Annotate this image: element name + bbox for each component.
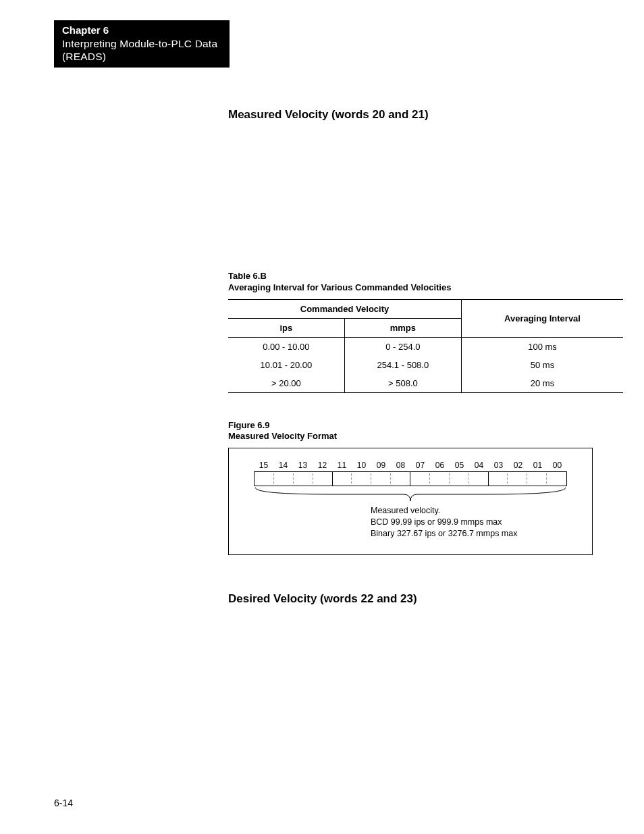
- cell-mmps: > 508.0: [344, 374, 461, 393]
- bit-label: 08: [391, 461, 410, 470]
- figure-note-line2: BCD 99.99 ips or 999.9 mmps max: [371, 517, 573, 528]
- bit-label: 02: [508, 461, 528, 470]
- bit-box: [352, 472, 371, 486]
- brace-icon: [254, 486, 567, 504]
- figure-note: Measured velocity. BCD 99.99 ips or 999.…: [371, 505, 573, 540]
- bit-label: 03: [489, 461, 508, 470]
- figure-note-line3: Binary 327.67 ips or 3276.7 mmps max: [371, 528, 573, 540]
- bit-label: 00: [547, 461, 567, 470]
- bit-box: [274, 472, 294, 486]
- section-desired-velocity-title: Desired Velocity (words 22 and 23): [228, 592, 603, 606]
- bit-box: [450, 472, 469, 486]
- bit-label: 07: [410, 461, 430, 470]
- table-caption: Table 6.B Averaging Interval for Various…: [228, 270, 623, 294]
- bit-label: 11: [332, 461, 352, 470]
- bit-box: [469, 472, 489, 486]
- bit-number-row: 15 14 13 12 11 10 09 08 07 06 05 04 03 0…: [248, 461, 573, 470]
- chapter-title-line1: Interpreting Module-to-PLC Data: [62, 37, 221, 50]
- cell-interval: 50 ms: [461, 356, 623, 374]
- table-row: > 20.00 > 508.0 20 ms: [228, 374, 623, 393]
- averaging-interval-table: Commanded Velocity Averaging Interval ip…: [228, 299, 623, 393]
- bit-label: 12: [313, 461, 332, 470]
- bit-label: 04: [469, 461, 489, 470]
- measured-velocity-format-figure: 15 14 13 12 11 10 09 08 07 06 05 04 03 0…: [228, 448, 593, 555]
- figure-caption-line1: Figure 6.9: [228, 420, 623, 432]
- bit-box: [371, 472, 391, 486]
- bit-box: [254, 472, 274, 486]
- figure-caption-line2: Measured Velocity Format: [228, 431, 623, 442]
- cell-ips: 10.01 - 20.00: [228, 356, 344, 374]
- bit-box: [527, 472, 547, 486]
- bit-label: 01: [528, 461, 547, 470]
- cell-mmps: 254.1 - 508.0: [344, 356, 461, 374]
- bit-box: [294, 472, 313, 486]
- table-caption-line1: Table 6.B: [228, 270, 623, 282]
- cell-ips: 0.00 - 10.00: [228, 337, 344, 356]
- bit-label: 09: [371, 461, 391, 470]
- figure-caption: Figure 6.9 Measured Velocity Format: [228, 420, 623, 443]
- bit-box: [333, 472, 352, 486]
- table-subheader-mmps: mmps: [344, 318, 461, 337]
- table-row: 10.01 - 20.00 254.1 - 508.0 50 ms: [228, 356, 623, 374]
- chapter-title-line2: (READS): [62, 50, 221, 63]
- bit-box-row: [254, 471, 567, 486]
- cell-interval: 20 ms: [461, 374, 623, 393]
- bit-box: [547, 472, 566, 486]
- page-number: 6-14: [54, 798, 73, 808]
- cell-ips: > 20.00: [228, 374, 344, 393]
- cell-mmps: 0 - 254.0: [344, 337, 461, 356]
- table-caption-line2: Averaging Interval for Various Commanded…: [228, 282, 623, 294]
- table-header-averaging-interval: Averaging Interval: [461, 299, 623, 337]
- bit-label: 05: [450, 461, 469, 470]
- section-measured-velocity-title: Measured Velocity (words 20 and 21): [228, 108, 603, 122]
- bit-label: 14: [273, 461, 293, 470]
- bit-box: [508, 472, 527, 486]
- table-subheader-ips: ips: [228, 318, 344, 337]
- bit-label: 10: [352, 461, 371, 470]
- bit-box: [313, 472, 333, 486]
- bit-box: [391, 472, 410, 486]
- bit-label: 13: [293, 461, 313, 470]
- bit-box: [489, 472, 508, 486]
- table-row: 0.00 - 10.00 0 - 254.0 100 ms: [228, 337, 623, 356]
- chapter-header: Chapter 6 Interpreting Module-to-PLC Dat…: [54, 20, 230, 68]
- cell-interval: 100 ms: [461, 337, 623, 356]
- chapter-label: Chapter 6: [62, 24, 221, 37]
- bit-label: 06: [430, 461, 450, 470]
- bit-box: [410, 472, 430, 486]
- bit-label: 15: [254, 461, 273, 470]
- table-header-commanded-velocity: Commanded Velocity: [228, 299, 461, 318]
- bit-box: [430, 472, 450, 486]
- figure-note-line1: Measured velocity.: [371, 505, 573, 517]
